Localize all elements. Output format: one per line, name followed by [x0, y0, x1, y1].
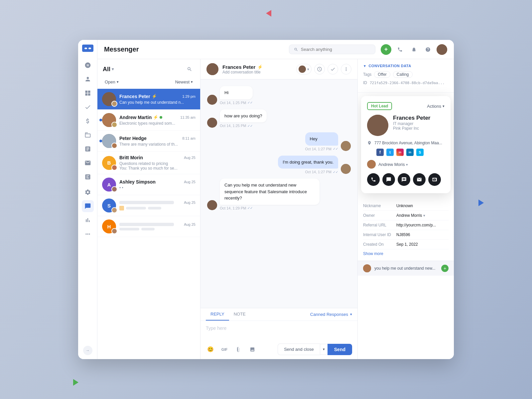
image-btn[interactable]: [248, 345, 257, 354]
chat-avatar-dropdown-btn[interactable]: ▾: [296, 64, 312, 74]
twitter-icon[interactable]: t: [386, 149, 394, 156]
conv-time-britt: Aug 25: [184, 156, 196, 160]
conv-header-frances: Frances Peter ⚡ 1:29 pm: [119, 94, 196, 99]
detail-nickname: Nickname Unknown: [363, 201, 449, 211]
msg-col-3: Hey Oct 14, 1:27 PM ✓✓: [305, 132, 338, 151]
sidebar-item-contacts[interactable]: [82, 73, 94, 85]
tag-calling[interactable]: Calling: [393, 71, 413, 78]
msg-check-2: ✓✓: [247, 124, 253, 128]
sidebar-item-smiley[interactable]: [82, 59, 94, 71]
chat-more-btn[interactable]: [341, 64, 351, 74]
actions-dropdown-btn[interactable]: Actions ▾: [427, 104, 445, 109]
chat-agent-avatar-small: [299, 66, 306, 73]
gif-btn[interactable]: GIF: [220, 345, 229, 354]
sidebar-item-settings[interactable]: [82, 186, 94, 198]
canned-responses-btn[interactable]: Canned Responses ▾: [310, 312, 352, 317]
show-more-btn[interactable]: Show more: [363, 251, 449, 256]
conv-tags-row: Tags Offer Calling: [363, 71, 449, 78]
reply-tab-reply[interactable]: REPLY: [206, 308, 229, 321]
referral-label: Referral URL: [363, 223, 396, 227]
instagram-icon[interactable]: in: [396, 149, 404, 156]
sidebar-item-grid[interactable]: [82, 87, 94, 99]
email-action-btn[interactable]: [413, 173, 426, 186]
add-button[interactable]: +: [381, 44, 391, 55]
sidebar-item-chat[interactable]: [82, 200, 94, 212]
reply-input-area[interactable]: Type here: [200, 321, 357, 341]
msg-col-4: I'm doing great, thank you. Oct 14, 1:27…: [278, 156, 338, 174]
top-header: Messenger +: [97, 40, 454, 59]
conv-name-andrew-martin: Andrew Martin ⚡: [119, 115, 162, 120]
msg-col-2: how are you doing? Oct 14, 1:25 PM ✓✓: [220, 109, 267, 128]
sidebar-item-report[interactable]: [82, 143, 94, 155]
emoji-btn[interactable]: 😊: [206, 345, 215, 354]
conv-search-btn[interactable]: [184, 64, 195, 74]
chat-timer-btn[interactable]: [314, 64, 325, 74]
conv-time-frances: 1:29 pm: [182, 94, 196, 98]
msg-avatar-5: [207, 200, 217, 210]
sidebar-item-check[interactable]: [82, 101, 94, 113]
search-bar[interactable]: [289, 45, 375, 54]
send-button-group: Send and close ▾ Send: [278, 343, 352, 355]
search-input[interactable]: [301, 47, 370, 52]
tag-offer[interactable]: Offer: [374, 71, 390, 78]
call-action-btn[interactable]: [367, 173, 380, 186]
reply-area: REPLY NOTE Canned Responses ▾ Type here …: [200, 308, 357, 359]
placeholder-preview-h: [119, 228, 196, 230]
send-dropdown-btn[interactable]: ▾: [320, 344, 328, 355]
chat-lightning-icon: ⚡: [257, 65, 263, 69]
attachment-btn[interactable]: [234, 345, 243, 354]
sidebar-item-more[interactable]: [82, 228, 94, 240]
contact-address-row: 777 Brockton Avenue, Abington Maa...: [367, 141, 445, 145]
chat-action-btn[interactable]: [382, 173, 395, 186]
conv-avatar-s: S: [102, 199, 116, 212]
owner-detail-value: Andrew Morris ▾: [396, 213, 449, 218]
chat-contact-subtitle: Add conversation title: [222, 70, 292, 74]
sidebar-item-analytics[interactable]: [82, 214, 94, 226]
chat-header: Frances Peter ⚡ Add conversation title ▾: [200, 59, 357, 79]
sidebar-item-box[interactable]: [82, 129, 94, 141]
send-close-btn[interactable]: Send and close: [278, 343, 320, 355]
conv-item-frances[interactable]: Frances Peter ⚡ 1:29 pm Can you help me …: [97, 89, 200, 110]
card-header-row: Hot Lead Actions ▾: [367, 102, 445, 110]
owner-name: Andrew Moris ▾: [378, 162, 408, 167]
conv-item-h[interactable]: H Aug 25: [97, 216, 200, 237]
user-avatar[interactable]: [437, 44, 447, 55]
help-button[interactable]: [423, 44, 433, 55]
conv-content-h: Aug 25: [119, 222, 196, 230]
send-btn[interactable]: Send: [328, 344, 352, 355]
msg-bubble-5: Can you help me out understand new seque…: [220, 179, 320, 205]
referral-value: http://yourcrm.com/p...: [396, 223, 449, 227]
reply-tab-note[interactable]: NOTE: [229, 308, 250, 321]
skype-icon[interactable]: S: [416, 149, 424, 156]
sidebar-item-dollar[interactable]: [82, 115, 94, 127]
open-filter-btn[interactable]: Open ▾: [103, 78, 121, 85]
msg-check-4: ✓✓: [333, 170, 338, 174]
detail-owner: Owner Andrew Morris ▾: [363, 211, 449, 220]
conv-content-andrew-martin: Andrew Martin ⚡ 11:35 am Electronic type…: [119, 115, 196, 126]
sidebar-collapse-btn[interactable]: →: [83, 346, 92, 355]
sidebar-item-mail[interactable]: [82, 157, 94, 169]
newest-filter-btn[interactable]: Newest ▾: [173, 78, 195, 85]
conv-item-s[interactable]: S Aug 25: [97, 195, 200, 216]
mail-action-btn[interactable]: [428, 173, 441, 186]
notification-button[interactable]: [409, 44, 419, 55]
chat-contact-avatar: [206, 63, 218, 75]
linkedin-icon[interactable]: in: [406, 149, 414, 156]
conv-preview-peter: There are many variations of th...: [119, 142, 196, 147]
sidebar-item-inbox[interactable]: [82, 171, 94, 183]
conv-item-peter-hedge[interactable]: Peter Hedge 8:11 am There are many varia…: [97, 131, 200, 152]
all-filter-dropdown[interactable]: All ▾: [103, 66, 114, 73]
suggestion-add-btn[interactable]: +: [441, 265, 449, 272]
sms-action-btn[interactable]: [398, 173, 410, 186]
action-icons-row: [367, 173, 445, 186]
chat-check-btn[interactable]: [328, 64, 338, 74]
conv-item-andrew-martin[interactable]: Andrew Martin ⚡ 11:35 am Electronic type…: [97, 110, 200, 131]
conv-item-britt[interactable]: B Britt Morin Aug 25 Questions related t…: [97, 152, 200, 174]
conv-item-ashley[interactable]: A Ashley Simpson Aug 25 • •: [97, 174, 200, 195]
msg-time-2: Oct 14, 1:25 PM ✓✓: [220, 124, 267, 128]
msg-avatar-3: [341, 141, 351, 151]
conv-header-peter: Peter Hedge 8:11 am: [119, 136, 196, 141]
facebook-icon[interactable]: f: [376, 149, 384, 156]
phone-button[interactable]: [395, 44, 405, 55]
conv-preview-frances: Can you help me out understand n...: [119, 100, 196, 105]
